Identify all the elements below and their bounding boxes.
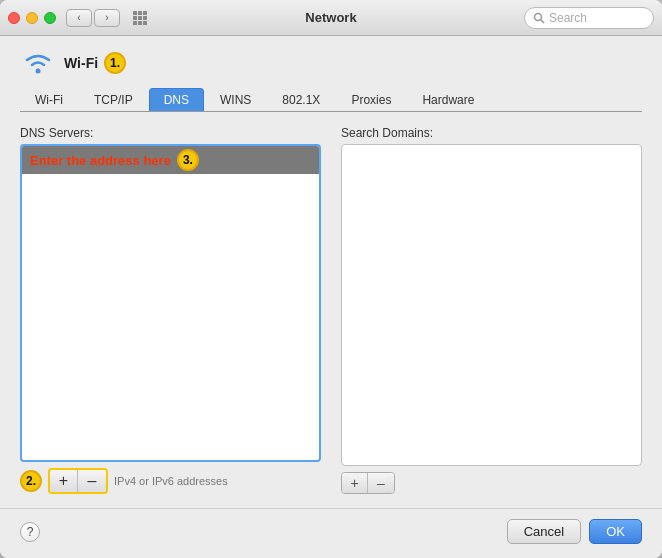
forward-button[interactable]: › — [94, 9, 120, 27]
dns-add-button[interactable]: + — [50, 470, 78, 492]
dns-hint-text: IPv4 or IPv6 addresses — [114, 475, 228, 487]
badge-1: 1. — [104, 52, 126, 74]
nav-buttons: ‹ › — [66, 9, 120, 27]
tab-wifi[interactable]: Wi-Fi — [20, 88, 78, 111]
dns-servers-box[interactable]: Enter the address here 3. — [20, 144, 321, 462]
sd-add-button[interactable]: + — [342, 473, 368, 493]
dns-label: DNS Servers: — [20, 126, 321, 140]
dns-panel-bottom: 2. + – IPv4 or IPv6 addresses — [20, 468, 321, 494]
main-content: Wi-Fi 1. Wi-Fi TCP/IP DNS WINS 802.1X Pr… — [0, 36, 662, 508]
tab-wins[interactable]: WINS — [205, 88, 266, 111]
minimize-button[interactable] — [26, 12, 38, 24]
title-bar: ‹ › Network Search — [0, 0, 662, 36]
panels: DNS Servers: Enter the address here 3. 2… — [20, 126, 642, 494]
grid-icon[interactable] — [126, 9, 154, 27]
traffic-lights — [8, 12, 56, 24]
tab-bar: Wi-Fi TCP/IP DNS WINS 802.1X Proxies Har… — [20, 88, 642, 112]
window: ‹ › Network Search — [0, 0, 662, 558]
svg-point-0 — [535, 13, 542, 20]
wifi-label: Wi-Fi — [64, 55, 98, 71]
ok-button[interactable]: OK — [589, 519, 642, 544]
badge-3: 3. — [177, 149, 199, 171]
search-placeholder: Search — [549, 11, 587, 25]
dns-entry: Enter the address here 3. — [22, 146, 319, 174]
search-domains-label: Search Domains: — [341, 126, 642, 140]
svg-line-1 — [541, 19, 545, 23]
wifi-header: Wi-Fi 1. — [20, 50, 642, 76]
tab-proxies[interactable]: Proxies — [336, 88, 406, 111]
back-button[interactable]: ‹ — [66, 9, 92, 27]
search-domains-box[interactable] — [341, 144, 642, 466]
badge-2: 2. — [20, 470, 42, 492]
cancel-button[interactable]: Cancel — [507, 519, 581, 544]
search-domains-panel: Search Domains: + – — [341, 126, 642, 494]
footer: ? Cancel OK — [0, 508, 662, 558]
dns-panel: DNS Servers: Enter the address here 3. 2… — [20, 126, 321, 494]
sd-add-remove-group: + – — [341, 472, 395, 494]
tab-8021x[interactable]: 802.1X — [267, 88, 335, 111]
search-bar[interactable]: Search — [524, 7, 654, 29]
footer-buttons: Cancel OK — [507, 519, 642, 544]
tab-hardware[interactable]: Hardware — [407, 88, 489, 111]
sd-panel-bottom: + – — [341, 472, 642, 494]
search-icon — [533, 12, 545, 24]
close-button[interactable] — [8, 12, 20, 24]
tab-tcpip[interactable]: TCP/IP — [79, 88, 148, 111]
tab-dns[interactable]: DNS — [149, 88, 204, 111]
wifi-icon — [20, 50, 56, 76]
help-button[interactable]: ? — [20, 522, 40, 542]
dns-entry-text: Enter the address here — [30, 153, 171, 168]
sd-remove-button[interactable]: – — [368, 473, 394, 493]
dns-add-remove-group: + – — [48, 468, 108, 494]
maximize-button[interactable] — [44, 12, 56, 24]
dns-remove-button[interactable]: – — [78, 470, 106, 492]
window-title: Network — [305, 10, 356, 25]
svg-point-2 — [36, 69, 41, 74]
